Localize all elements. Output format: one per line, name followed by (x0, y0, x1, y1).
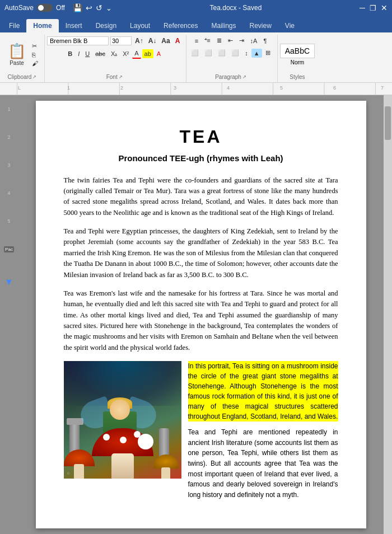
paragraph-expand-icon[interactable]: ↗ (242, 74, 246, 79)
styles-sample-text: AaBbC (285, 46, 310, 55)
clipboard-expand-icon[interactable]: ↗ (32, 74, 36, 79)
tab-review[interactable]: Review (242, 19, 278, 32)
change-case-button[interactable]: Aa (160, 36, 171, 46)
increase-font-button[interactable]: A↑ (133, 36, 145, 46)
redo-icon[interactable]: ↺ (96, 3, 102, 12)
justify-button[interactable]: ⬜ (229, 48, 241, 58)
clipboard-label: Clipboard ↗ (8, 73, 37, 81)
font-name-input[interactable] (47, 36, 109, 45)
show-marks-button[interactable]: ¶ (261, 36, 269, 45)
font-color-button[interactable]: A (132, 49, 141, 59)
mushroom-big-spots (103, 434, 110, 441)
clipboard-content: 📋 Paste ✂ ⎘ 🖌 (4, 36, 40, 73)
align-left-button[interactable]: ⬜ (189, 48, 201, 58)
align-right-button[interactable]: ⬜ (216, 48, 228, 58)
tab-view[interactable]: Vie (278, 19, 301, 32)
tab-design[interactable]: Design (89, 19, 123, 32)
margin-mark-2: 2 (7, 134, 10, 140)
tab-mailings[interactable]: Mailings (204, 19, 242, 32)
decrease-indent-button[interactable]: ⇤ (226, 36, 235, 45)
borders-button[interactable]: ⊞ (263, 48, 273, 58)
mushroom-small-right (153, 456, 179, 479)
align-center-button[interactable]: ⬜ (202, 48, 214, 58)
minimize-button[interactable]: ─ (360, 3, 365, 12)
paragraph-label: Paragraph ↗ (215, 73, 246, 81)
ruler-mark-1: 1 (67, 85, 70, 91)
paragraph-row1: ≡ ⁴≡ ≣ ⇤ ⇥ ↕A ¶ (193, 36, 269, 45)
customize-icon[interactable]: ⌄ (106, 4, 112, 12)
ruler-mark-2: 2 (120, 85, 123, 91)
clipboard-group: 📋 Paste ✂ ⎘ 🖌 Clipboard ↗ (2, 35, 45, 82)
ruler-mark-6: 6 (333, 85, 336, 91)
text-column: In this portrait, Tea is sitting on a mu… (188, 361, 338, 500)
paragraph-3[interactable]: Tea was Eremon's last wife and the names… (64, 288, 338, 353)
italic-button[interactable]: I (76, 49, 82, 58)
autosave-toggle[interactable] (37, 4, 53, 12)
page-indicator: Pac (4, 246, 14, 252)
paragraph-2[interactable]: Tea and Tephi were Egyptian princesses, … (64, 226, 338, 280)
shading-button[interactable]: ▲ (251, 49, 262, 58)
tab-layout[interactable]: Layout (123, 19, 157, 32)
sort-button[interactable]: ↕A (248, 36, 260, 45)
restore-button[interactable]: ❐ (370, 4, 376, 12)
mushroom-big-cap (92, 428, 153, 456)
numbered-list-button[interactable]: ⁴≡ (202, 36, 212, 45)
ribbon-tabs: File Home Insert Design Layout Reference… (0, 16, 392, 32)
font-size-input[interactable] (110, 36, 132, 45)
cut-button[interactable]: ✂ (30, 42, 40, 50)
multilevel-list-button[interactable]: ≣ (214, 36, 224, 45)
clear-formatting-button[interactable]: A (174, 36, 182, 46)
font-group: A↑ A↓ Aa A B I U abc X₂ X² A ab A Font ↗ (45, 35, 186, 82)
underline-button[interactable]: U (83, 49, 92, 58)
increase-indent-button[interactable]: ⇥ (237, 36, 246, 45)
ruler[interactable]: L 1 2 3 4 5 6 7 (0, 83, 392, 95)
subscript-button[interactable]: X₂ (109, 49, 119, 59)
line-spacing-button[interactable]: ↕ (242, 49, 250, 58)
image-text-row: © In this portrait, Tea is sitting on a … (64, 361, 338, 500)
highlight-button[interactable]: ab (142, 49, 153, 58)
superscript-button[interactable]: X² (120, 49, 131, 58)
close-button[interactable]: ✕ (381, 3, 388, 12)
tab-references[interactable]: References (157, 19, 204, 32)
paragraph-group: ≡ ⁴≡ ≣ ⇤ ⇥ ↕A ¶ ⬜ ⬜ ⬜ ⬜ ↕ ▲ ⊞ Paragraph … (186, 35, 277, 82)
margin-mark-4: 4 (7, 190, 10, 196)
undo-icon[interactable]: ↩ (86, 3, 92, 12)
paragraph-1[interactable]: The twin fairies Tea and Tephi were the … (64, 175, 338, 219)
strikethrough-button[interactable]: abc (93, 49, 108, 58)
paste-icon: 📋 (8, 43, 26, 60)
styles-box[interactable]: AaBbC (280, 44, 315, 58)
toggle-state-label: Off (56, 4, 65, 12)
bold-button[interactable]: B (66, 49, 74, 58)
clipboard-small-buttons: ✂ ⎘ 🖌 (30, 42, 40, 67)
paragraph-4[interactable]: Tea and Tephi are mentioned repeatedly i… (188, 427, 338, 500)
window-controls: ─ ❐ ✕ (360, 3, 388, 12)
document-area: 1 2 3 4 5 Pac ▼ TEA Pronounced TEE-ugh (… (0, 95, 392, 534)
copy-button[interactable]: ⎘ (30, 51, 40, 59)
font-color2-button[interactable]: A (155, 49, 163, 58)
mushroom-sm2-cap (153, 455, 179, 469)
format-painter-button[interactable]: 🖌 (30, 59, 40, 67)
format-row: B I U abc X₂ X² A ab A (66, 49, 163, 59)
tab-insert[interactable]: Insert (59, 19, 89, 32)
document-page[interactable]: TEA Pronounced TEE-ugh (rhymes with Leah… (36, 101, 366, 528)
highlighted-paragraph[interactable]: In this portrait, Tea is sitting on a mu… (188, 361, 338, 421)
page-title: TEA (64, 123, 338, 150)
scroll-thumb[interactable] (385, 106, 391, 140)
margin-mark-3: 3 (7, 162, 10, 168)
margin-mark-1: 1 (7, 106, 10, 112)
ruler-mark-4: 4 (227, 85, 230, 91)
ruler-mark-7: 7 (381, 85, 384, 91)
bullets-button[interactable]: ≡ (193, 36, 200, 45)
page-nav-down[interactable]: ▼ (4, 277, 13, 287)
styles-sample: AaBbC Norm (280, 44, 315, 65)
font-expand-icon[interactable]: ↗ (119, 74, 123, 79)
decrease-font-button[interactable]: A↓ (147, 36, 158, 46)
mushroom-big-stem (111, 453, 134, 479)
tab-home[interactable]: Home (26, 19, 58, 32)
tab-file[interactable]: File (2, 19, 26, 32)
vertical-scrollbar[interactable] (384, 95, 392, 534)
save-icon[interactable]: 💾 (73, 3, 82, 12)
paste-button[interactable]: 📋 Paste (4, 40, 29, 68)
ruler-mark-3: 3 (174, 85, 176, 91)
autosave-label: AutoSave (4, 4, 34, 12)
